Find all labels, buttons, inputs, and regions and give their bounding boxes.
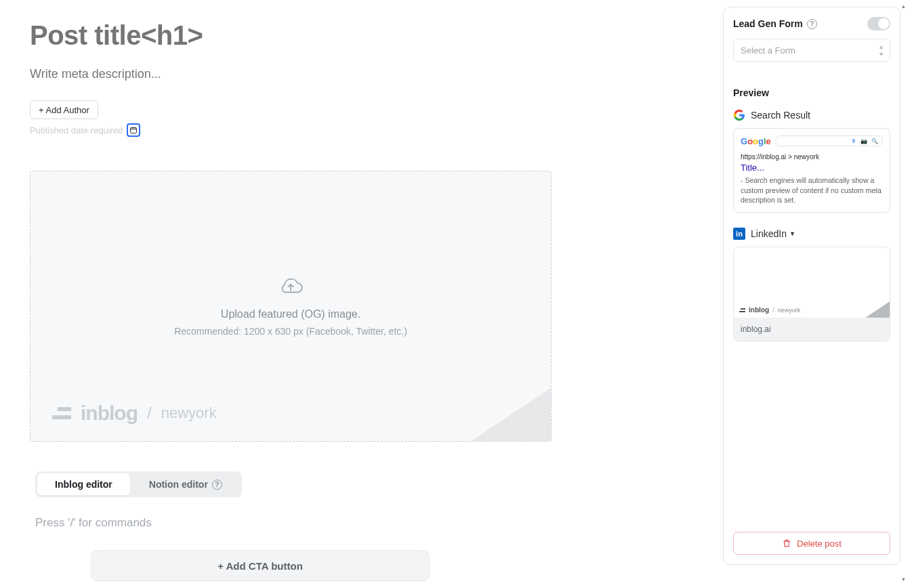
settings-sidebar: Lead Gen Form ? Select a Form ▴▾ Preview… [723, 7, 901, 565]
caret-down-icon: ▼ [789, 230, 795, 237]
search-preview-card: Google 🎙📷🔍 https://inblog.ai > newyork T… [733, 128, 890, 213]
trash-icon [782, 539, 791, 548]
preview-heading: Preview [733, 87, 890, 98]
published-date-label: Published date required [30, 125, 123, 135]
og-image-upload[interactable]: Upload featured (OG) image. Recommended:… [30, 171, 552, 442]
search-result-title: Title... [741, 163, 883, 173]
help-icon: ? [212, 480, 222, 490]
calendar-icon [129, 126, 138, 134]
help-icon[interactable]: ? [807, 19, 817, 29]
editor-tabs: Inblog editor Notion editor ? [35, 471, 242, 497]
linkedin-preview-domain: inblog.ai [734, 318, 890, 341]
delete-post-button[interactable]: Delete post [733, 532, 890, 555]
editor-main: + Add Author Published date required Upl… [0, 0, 718, 588]
add-cta-button[interactable]: + Add CTA button [91, 550, 430, 581]
search-result-desc: - Search engines will automatically show… [741, 175, 883, 205]
scroll-down-icon: ▾ [902, 576, 909, 583]
meta-description-input[interactable] [30, 67, 640, 81]
og-brand-watermark: inblog / newyork [52, 402, 217, 425]
scroll-up-icon: ▴ [902, 3, 909, 9]
editor-body-placeholder[interactable]: Press '/' for commands [35, 516, 688, 530]
tab-inblog-editor[interactable]: Inblog editor [37, 474, 130, 495]
inblog-logo-mark [52, 407, 71, 419]
post-title-input[interactable] [30, 20, 640, 51]
inblog-logo-mark [739, 308, 745, 312]
inblog-logo-text: inblog [81, 402, 138, 425]
search-breadcrumb: https://inblog.ai > newyork [741, 153, 883, 161]
og-brand-sub: newyork [161, 404, 217, 422]
og-upload-text: Upload featured (OG) image. [221, 308, 360, 320]
google-logo: Google [741, 136, 771, 146]
linkedin-preview-dropdown[interactable]: LinkedIn ▼ [751, 228, 795, 239]
form-select-dropdown[interactable]: Select a Form ▴▾ [733, 39, 890, 62]
og-corner-decoration [470, 387, 552, 442]
published-date-row: Published date required [30, 123, 688, 137]
search-result-label: Search Result [733, 109, 890, 121]
google-icon [733, 109, 745, 121]
leadgen-toggle[interactable] [867, 17, 890, 30]
add-author-button[interactable]: + Add Author [30, 100, 98, 119]
search-bar-mock: 🎙📷🔍 [775, 135, 883, 146]
og-upload-hint: Recommended: 1200 x 630 px (Facebook, Tw… [174, 326, 407, 337]
tab-notion-editor[interactable]: Notion editor ? [131, 474, 240, 495]
svg-rect-0 [131, 128, 137, 133]
chevron-updown-icon: ▴▾ [880, 43, 883, 58]
linkedin-icon: in [733, 228, 745, 240]
cloud-upload-icon [277, 276, 304, 297]
linkedin-preview-image: inblog / newyork [734, 247, 890, 318]
leadgen-form-title: Lead Gen Form ? [733, 18, 817, 29]
scrollbar[interactable]: ▴ ▾ [902, 3, 909, 583]
linkedin-preview-card: inblog / newyork inblog.ai [733, 247, 890, 341]
date-picker-button[interactable] [127, 123, 140, 137]
